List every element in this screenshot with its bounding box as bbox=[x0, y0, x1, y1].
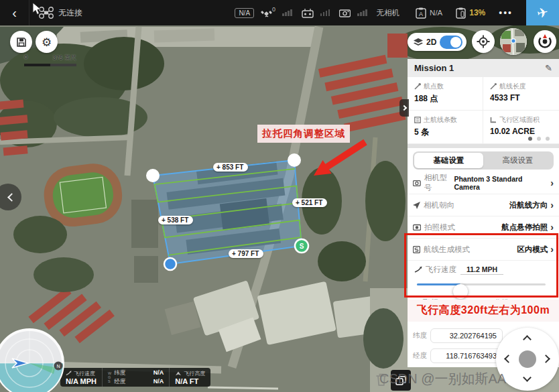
scale-bar bbox=[24, 64, 76, 66]
lines-icon bbox=[414, 117, 421, 123]
vertex-handle-top-left[interactable] bbox=[146, 169, 160, 182]
scale-zero: 0 bbox=[24, 54, 27, 62]
row-camera-model[interactable]: 相机型号 Phantom 3 Standard Camera › bbox=[408, 172, 559, 194]
2d-toggle-switch[interactable] bbox=[440, 36, 462, 49]
stats-page-dots[interactable] bbox=[528, 137, 550, 141]
row-photo-mode[interactable]: 拍照模式 航点悬停拍照 › bbox=[408, 216, 559, 239]
row-camera-heading[interactable]: 相机朝向 沿航线方向 › bbox=[408, 194, 559, 216]
svg-text:S: S bbox=[300, 243, 304, 250]
compass-reset-button[interactable] bbox=[534, 30, 556, 53]
minimap-thumbnail[interactable] bbox=[500, 28, 527, 55]
app-screen: S + 853 FT + 521 FT + 538 FT + 797 FT 拉托… bbox=[0, 0, 559, 392]
connection-status: 无连接 bbox=[58, 7, 82, 19]
camera-signal-bars bbox=[357, 9, 367, 16]
edge-length-label-bottom[interactable]: + 797 FT bbox=[229, 249, 263, 258]
camera-status: 无相机 bbox=[377, 8, 400, 18]
scale-distance: 375 英尺 bbox=[52, 54, 76, 62]
edge-length-label-top[interactable]: + 853 FT bbox=[213, 163, 248, 172]
svg-text:A: A bbox=[419, 11, 423, 17]
flight-speed-setting: 飞行速度 11.2 MPH bbox=[408, 261, 559, 293]
attitude-compass[interactable]: N bbox=[0, 328, 64, 392]
mission-stats: 航点数 188 点 航线长度 4533 FT 主航线条数 5 条 飞行区域面积 … bbox=[408, 77, 559, 148]
nudge-right-icon[interactable] bbox=[542, 354, 550, 363]
chevron-right-icon: › bbox=[550, 244, 554, 255]
panel-collapse-tab[interactable] bbox=[399, 99, 409, 117]
status-bar: ‹ 无连接 N/A 0 bbox=[0, 0, 559, 25]
camera-icon bbox=[413, 180, 421, 186]
nudge-up-icon[interactable] bbox=[523, 335, 532, 344]
map-settings-button[interactable]: ⚙ bbox=[36, 31, 58, 53]
mission-header: Mission 1 ✎ bbox=[408, 59, 559, 77]
start-point-marker[interactable]: S bbox=[295, 239, 308, 253]
altitude-icon bbox=[175, 371, 182, 376]
nudge-center-button[interactable] bbox=[519, 350, 536, 368]
area-ruler-icon bbox=[490, 117, 497, 123]
waypoint-icon bbox=[414, 83, 421, 90]
watermark: CSDN @一别如斯AA bbox=[375, 370, 506, 388]
mission-title: Mission 1 bbox=[414, 63, 454, 73]
telemetry-bar: 飞行速度 N/A MPH WGS 纬度N/A 经度N/A 飞行高度 N/A FT bbox=[60, 368, 210, 387]
latitude-input[interactable]: 32.202764195 bbox=[430, 328, 503, 343]
chevron-right-icon: › bbox=[550, 200, 554, 210]
annotation-drag-corners: 拉托四角调整区域 bbox=[257, 125, 350, 143]
annotation-altitude-note: 飞行高度320ft左右为100m bbox=[408, 300, 559, 322]
svg-text:N: N bbox=[56, 364, 60, 369]
satellite-icon bbox=[261, 8, 272, 18]
speed-icon bbox=[66, 371, 72, 376]
locate-me-button[interactable] bbox=[472, 30, 495, 53]
chevron-right-icon: › bbox=[550, 222, 554, 233]
edit-mission-name-icon[interactable]: ✎ bbox=[545, 63, 552, 73]
chevron-right-icon: › bbox=[550, 178, 554, 188]
gear-icon: ⚙ bbox=[42, 36, 52, 49]
stat-main-lines: 主航线条数 5 条 bbox=[408, 111, 483, 144]
edge-length-label-right[interactable]: + 521 FT bbox=[292, 198, 327, 207]
more-menu-button[interactable]: ••• bbox=[492, 7, 519, 18]
nudge-left-icon[interactable] bbox=[504, 354, 513, 363]
vertex-handle-bottom-left[interactable] bbox=[164, 258, 176, 270]
edge-length-label-left[interactable]: + 538 FT bbox=[158, 216, 193, 224]
camera-link-icon bbox=[339, 9, 351, 17]
rc-signal-bars bbox=[320, 9, 330, 16]
row-route-mode[interactable]: 航线生成模式 区内模式 › bbox=[408, 239, 559, 261]
speed-slider[interactable] bbox=[417, 276, 550, 292]
settings-tabs: 基础设置 高级设置 bbox=[408, 148, 559, 172]
tab-advanced-settings[interactable]: 高级设置 bbox=[483, 153, 552, 168]
battery-percent: 13% bbox=[469, 8, 485, 17]
trash-icon bbox=[375, 373, 387, 386]
satellite-count: 0 bbox=[272, 6, 275, 13]
save-icon bbox=[16, 37, 27, 48]
minimap-image bbox=[500, 28, 527, 55]
airplane-icon: ✈ bbox=[536, 4, 550, 22]
stat-route-length: 航线长度 4533 FT bbox=[483, 77, 559, 111]
view-mode-label: 2D bbox=[426, 38, 436, 47]
heading-arrow-icon bbox=[413, 202, 420, 209]
tab-basic-settings[interactable]: 基础设置 bbox=[414, 153, 483, 168]
battery-icon bbox=[456, 7, 466, 19]
checklist-value: N/A bbox=[430, 9, 442, 17]
latitude-label: 纬度 bbox=[413, 331, 430, 340]
gps-mode-badge: N/A bbox=[235, 8, 254, 18]
longitude-label: 经度 bbox=[413, 351, 430, 361]
speed-icon bbox=[414, 266, 422, 273]
route-mode-icon bbox=[413, 246, 420, 253]
nudge-down-icon[interactable] bbox=[523, 373, 532, 382]
route-length-icon bbox=[490, 83, 497, 90]
coord-system-label: WGS bbox=[108, 371, 111, 383]
takeoff-button[interactable]: ✈ bbox=[526, 0, 559, 25]
remote-controller-icon bbox=[302, 8, 314, 18]
telemetry-altitude: 飞行高度 N/A FT bbox=[169, 368, 210, 387]
telemetry-speed: 飞行速度 N/A MPH bbox=[60, 368, 102, 387]
back-button[interactable]: ‹ bbox=[0, 0, 29, 25]
view-mode-2d-toggle[interactable]: 2D bbox=[408, 33, 467, 51]
stat-waypoints: 航点数 188 点 bbox=[408, 77, 483, 111]
compass-icon bbox=[538, 34, 552, 49]
save-mission-button[interactable] bbox=[10, 31, 32, 53]
chevron-left-icon bbox=[7, 193, 16, 202]
layers-icon bbox=[414, 38, 423, 46]
speed-value-input[interactable]: 11.2 MPH bbox=[460, 265, 503, 275]
chevron-right-icon bbox=[401, 105, 407, 111]
locate-icon bbox=[477, 35, 490, 48]
longitude-input[interactable]: 118.716763493 bbox=[430, 348, 503, 363]
mouse-cursor bbox=[32, 2, 42, 15]
vertex-handle-top-right[interactable] bbox=[288, 153, 301, 167]
